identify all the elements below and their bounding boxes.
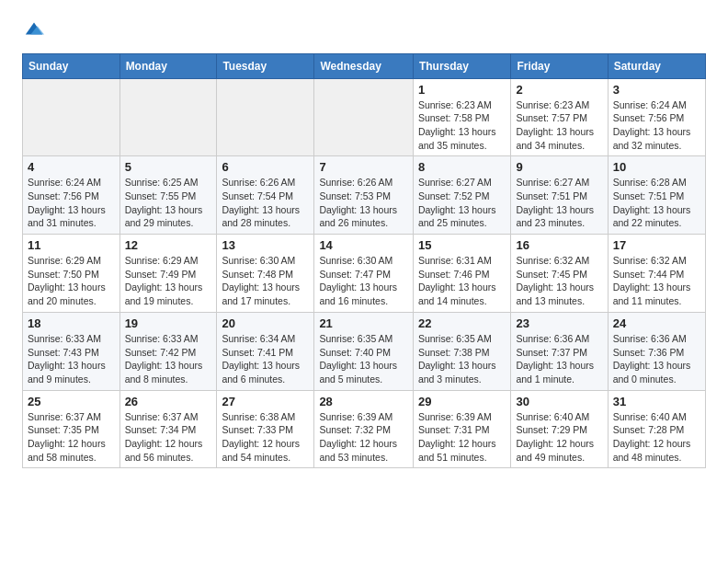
day-number: 16 (516, 238, 602, 252)
col-header-friday: Friday (511, 53, 608, 78)
day-info: Sunrise: 6:32 AM Sunset: 7:44 PM Dayligh… (613, 254, 700, 308)
day-cell: 14Sunrise: 6:30 AM Sunset: 7:47 PM Dayli… (314, 235, 414, 313)
day-number: 18 (28, 316, 115, 330)
day-info: Sunrise: 6:40 AM Sunset: 7:29 PM Dayligh… (516, 410, 602, 465)
day-number: 6 (222, 160, 309, 174)
day-info: Sunrise: 6:33 AM Sunset: 7:42 PM Dayligh… (125, 332, 212, 386)
day-info: Sunrise: 6:27 AM Sunset: 7:52 PM Dayligh… (418, 176, 506, 230)
col-header-sunday: Sunday (23, 53, 120, 78)
day-number: 14 (319, 238, 408, 252)
day-cell (217, 78, 314, 156)
day-number: 21 (319, 316, 408, 330)
day-cell: 7Sunrise: 6:26 AM Sunset: 7:53 PM Daylig… (314, 156, 414, 235)
day-info: Sunrise: 6:39 AM Sunset: 7:31 PM Dayligh… (418, 410, 506, 465)
day-cell: 27Sunrise: 6:38 AM Sunset: 7:33 PM Dayli… (217, 390, 314, 468)
day-cell: 17Sunrise: 6:32 AM Sunset: 7:44 PM Dayli… (608, 235, 705, 313)
day-info: Sunrise: 6:25 AM Sunset: 7:55 PM Dayligh… (125, 176, 212, 230)
day-cell: 3Sunrise: 6:24 AM Sunset: 7:56 PM Daylig… (608, 78, 705, 156)
day-number: 31 (613, 395, 700, 408)
day-cell: 9Sunrise: 6:27 AM Sunset: 7:51 PM Daylig… (511, 156, 608, 235)
day-cell: 15Sunrise: 6:31 AM Sunset: 7:46 PM Dayli… (413, 235, 511, 313)
day-info: Sunrise: 6:29 AM Sunset: 7:49 PM Dayligh… (125, 254, 212, 308)
calendar-table: SundayMondayTuesdayWednesdayThursdayFrid… (22, 53, 706, 469)
day-number: 22 (418, 316, 506, 330)
day-cell: 18Sunrise: 6:33 AM Sunset: 7:43 PM Dayli… (23, 312, 120, 390)
day-info: Sunrise: 6:39 AM Sunset: 7:32 PM Dayligh… (319, 410, 408, 465)
day-cell: 8Sunrise: 6:27 AM Sunset: 7:52 PM Daylig… (413, 156, 511, 235)
day-cell: 22Sunrise: 6:35 AM Sunset: 7:38 PM Dayli… (413, 312, 511, 390)
week-row-4: 18Sunrise: 6:33 AM Sunset: 7:43 PM Dayli… (23, 312, 706, 390)
day-info: Sunrise: 6:34 AM Sunset: 7:41 PM Dayligh… (222, 332, 309, 386)
logo-general (22, 18, 44, 44)
day-info: Sunrise: 6:23 AM Sunset: 7:58 PM Dayligh… (418, 98, 506, 153)
day-info: Sunrise: 6:23 AM Sunset: 7:57 PM Dayligh… (516, 98, 602, 153)
day-info: Sunrise: 6:30 AM Sunset: 7:48 PM Dayligh… (222, 254, 309, 308)
day-info: Sunrise: 6:37 AM Sunset: 7:35 PM Dayligh… (28, 410, 115, 465)
day-info: Sunrise: 6:31 AM Sunset: 7:46 PM Dayligh… (418, 254, 506, 308)
day-info: Sunrise: 6:24 AM Sunset: 7:56 PM Dayligh… (613, 98, 700, 153)
day-info: Sunrise: 6:29 AM Sunset: 7:50 PM Dayligh… (28, 254, 115, 308)
day-cell: 12Sunrise: 6:29 AM Sunset: 7:49 PM Dayli… (119, 235, 217, 313)
page-header (22, 18, 706, 44)
day-info: Sunrise: 6:24 AM Sunset: 7:56 PM Dayligh… (28, 176, 115, 230)
day-cell: 11Sunrise: 6:29 AM Sunset: 7:50 PM Dayli… (23, 235, 120, 313)
day-cell: 25Sunrise: 6:37 AM Sunset: 7:35 PM Dayli… (23, 390, 120, 468)
day-cell: 19Sunrise: 6:33 AM Sunset: 7:42 PM Dayli… (119, 312, 217, 390)
day-cell: 24Sunrise: 6:36 AM Sunset: 7:36 PM Dayli… (608, 312, 705, 390)
day-number: 12 (125, 238, 212, 252)
day-cell: 30Sunrise: 6:40 AM Sunset: 7:29 PM Dayli… (511, 390, 608, 468)
day-info: Sunrise: 6:36 AM Sunset: 7:37 PM Dayligh… (516, 332, 602, 386)
logo (22, 18, 44, 44)
day-cell: 28Sunrise: 6:39 AM Sunset: 7:32 PM Dayli… (314, 390, 414, 468)
day-number: 29 (418, 395, 506, 408)
day-number: 13 (222, 238, 309, 252)
day-cell: 16Sunrise: 6:32 AM Sunset: 7:45 PM Dayli… (511, 235, 608, 313)
week-row-5: 25Sunrise: 6:37 AM Sunset: 7:35 PM Dayli… (23, 390, 706, 468)
day-info: Sunrise: 6:35 AM Sunset: 7:40 PM Dayligh… (319, 332, 408, 386)
day-cell: 29Sunrise: 6:39 AM Sunset: 7:31 PM Dayli… (413, 390, 511, 468)
day-cell: 31Sunrise: 6:40 AM Sunset: 7:28 PM Dayli… (608, 390, 705, 468)
col-header-monday: Monday (119, 53, 217, 78)
day-cell (314, 78, 414, 156)
day-number: 1 (418, 83, 506, 97)
day-info: Sunrise: 6:40 AM Sunset: 7:28 PM Dayligh… (613, 410, 700, 465)
col-header-thursday: Thursday (413, 53, 511, 78)
day-number: 30 (516, 395, 602, 408)
day-info: Sunrise: 6:38 AM Sunset: 7:33 PM Dayligh… (222, 410, 309, 465)
day-cell: 21Sunrise: 6:35 AM Sunset: 7:40 PM Dayli… (314, 312, 414, 390)
day-number: 17 (613, 238, 700, 252)
day-number: 11 (28, 238, 115, 252)
day-info: Sunrise: 6:30 AM Sunset: 7:47 PM Dayligh… (319, 254, 408, 308)
week-row-1: 1Sunrise: 6:23 AM Sunset: 7:58 PM Daylig… (23, 78, 706, 156)
day-number: 2 (516, 83, 602, 97)
day-number: 27 (222, 395, 309, 408)
day-cell: 10Sunrise: 6:28 AM Sunset: 7:51 PM Dayli… (608, 156, 705, 235)
col-header-tuesday: Tuesday (217, 53, 314, 78)
day-number: 23 (516, 316, 602, 330)
day-info: Sunrise: 6:37 AM Sunset: 7:34 PM Dayligh… (125, 410, 212, 465)
day-number: 28 (319, 395, 408, 408)
col-header-saturday: Saturday (608, 53, 705, 78)
day-cell (23, 78, 120, 156)
day-cell: 4Sunrise: 6:24 AM Sunset: 7:56 PM Daylig… (23, 156, 120, 235)
day-cell: 26Sunrise: 6:37 AM Sunset: 7:34 PM Dayli… (119, 390, 217, 468)
day-number: 20 (222, 316, 309, 330)
day-number: 9 (516, 160, 602, 174)
day-cell: 13Sunrise: 6:30 AM Sunset: 7:48 PM Dayli… (217, 235, 314, 313)
day-cell: 6Sunrise: 6:26 AM Sunset: 7:54 PM Daylig… (217, 156, 314, 235)
day-number: 7 (319, 160, 408, 174)
day-number: 4 (28, 160, 115, 174)
week-row-3: 11Sunrise: 6:29 AM Sunset: 7:50 PM Dayli… (23, 235, 706, 313)
day-number: 3 (613, 83, 700, 97)
logo-icon (24, 18, 44, 39)
day-number: 25 (28, 395, 115, 408)
day-info: Sunrise: 6:36 AM Sunset: 7:36 PM Dayligh… (613, 332, 700, 386)
col-header-wednesday: Wednesday (314, 53, 414, 78)
day-info: Sunrise: 6:26 AM Sunset: 7:54 PM Dayligh… (222, 176, 309, 230)
day-number: 8 (418, 160, 506, 174)
day-info: Sunrise: 6:26 AM Sunset: 7:53 PM Dayligh… (319, 176, 408, 230)
day-number: 5 (125, 160, 212, 174)
day-info: Sunrise: 6:28 AM Sunset: 7:51 PM Dayligh… (613, 176, 700, 230)
day-number: 10 (613, 160, 700, 174)
day-cell: 5Sunrise: 6:25 AM Sunset: 7:55 PM Daylig… (119, 156, 217, 235)
